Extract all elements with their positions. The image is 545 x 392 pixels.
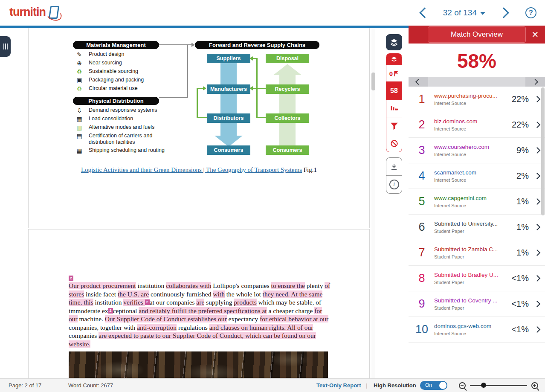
- match-layers-button[interactable]: [386, 54, 402, 65]
- match-source-row[interactable]: 10dominos.gcs-web.comInternet Source<1%: [409, 317, 545, 343]
- help-icon[interactable]: ?: [525, 7, 536, 18]
- source-title[interactable]: www.purchasing-procu...: [434, 93, 503, 99]
- match-source-row[interactable]: 5www.capgemini.comInternet Source1%: [409, 189, 545, 215]
- source-expand-button[interactable]: [529, 225, 545, 229]
- source-title[interactable]: www.capgemini.com: [434, 195, 503, 201]
- previous-match-button[interactable]: [409, 77, 428, 87]
- match-source-row[interactable]: 2biz.dominos.comInternet Source22%: [409, 112, 545, 138]
- source-expand-button[interactable]: [529, 276, 545, 281]
- chain-box-distributors-fwd: Distributors: [207, 113, 250, 123]
- reverse-vertical-line: [256, 58, 258, 118]
- zoom-in-icon[interactable]: [531, 382, 538, 389]
- panel-scrollbar-thumb[interactable]: [541, 87, 545, 215]
- layers-icon: [391, 56, 397, 63]
- source-expand-button[interactable]: [529, 327, 545, 332]
- source-title[interactable]: www.coursehero.com: [434, 144, 503, 150]
- sidebar-drawer-handle[interactable]: [0, 36, 11, 57]
- alternative-modes-icon: ▥: [75, 124, 83, 131]
- match-marker-badge[interactable]: 2: [108, 308, 113, 314]
- source-title[interactable]: Submitted to University...: [434, 221, 503, 227]
- zoom-slider-handle[interactable]: [481, 383, 486, 388]
- match-source-row[interactable]: 8Submitted to Bradley U...Student Paper<…: [409, 266, 545, 291]
- diagram-item-label: Product design: [89, 51, 124, 58]
- source-title[interactable]: biz.dominos.com: [434, 118, 503, 125]
- collectors-line: [256, 117, 266, 118]
- flag-icon: [393, 70, 399, 77]
- word-count-label: Word Count: 2677: [68, 382, 113, 389]
- supply-chain-diagram: Materials Management ✎Product design⊕Nea…: [69, 41, 330, 169]
- high-resolution-label: High Resolution: [374, 382, 416, 389]
- similarity-score-button[interactable]: 58: [386, 81, 402, 100]
- match-marker-badge[interactable]: 2: [69, 276, 73, 281]
- match-nav-track[interactable]: [428, 77, 525, 87]
- source-info: biz.dominos.comInternet Source: [431, 118, 503, 131]
- chain-box-consumers-rev: Consumers: [266, 145, 309, 155]
- source-expand-button[interactable]: [529, 250, 545, 255]
- match-source-row[interactable]: 7Submitted to Zambia C...Student Paper1%: [409, 240, 545, 266]
- source-info: www.purchasing-procu...Internet Source: [431, 93, 503, 106]
- diagram-item-label: Circular material use: [89, 85, 138, 92]
- text-segment: continuously furnished: [149, 290, 213, 298]
- zoom-slider[interactable]: [470, 385, 527, 386]
- matched-text-segment: with: [213, 290, 225, 298]
- caption-link[interactable]: Logistic Activities and their Green Dime…: [81, 166, 302, 173]
- match-source-row[interactable]: 3www.coursehero.comInternet Source9%: [409, 138, 545, 163]
- toggle-on-label: On: [425, 382, 432, 388]
- source-percent: <1%: [503, 273, 529, 283]
- source-title[interactable]: Submitted to Coventry ...: [434, 297, 503, 304]
- source-info: scanmarket.comInternet Source: [431, 169, 503, 183]
- text-only-report-link[interactable]: Text-Only Report: [316, 382, 361, 389]
- match-source-row[interactable]: 1www.purchasing-procu...Internet Source2…: [409, 87, 545, 112]
- zoom-out-icon[interactable]: [459, 382, 466, 389]
- text-segment: machine.: [78, 315, 105, 322]
- next-page-icon[interactable]: [498, 7, 509, 18]
- source-type: Student Paper: [434, 280, 503, 285]
- match-source-row[interactable]: 4scanmarket.comInternet Source2%: [409, 163, 545, 189]
- text-segment: institution: [136, 282, 166, 289]
- source-type: Internet Source: [434, 331, 503, 336]
- diagram-item-label: Load consolidation: [89, 116, 133, 122]
- load-consolidation-icon: ▦: [75, 116, 83, 122]
- sources-overview-button[interactable]: [386, 100, 402, 117]
- document-scrollbar[interactable]: [371, 28, 375, 379]
- source-number: 5: [413, 195, 431, 208]
- matched-text-segment: collaborates with: [166, 282, 211, 289]
- document-page-1: Materials Management ✎Product design⊕Nea…: [28, 28, 370, 228]
- source-title[interactable]: Submitted to Bradley U...: [434, 272, 503, 278]
- layers-icon: [390, 38, 398, 46]
- turnitin-logo: turnitin: [9, 6, 58, 19]
- layers-button[interactable]: [386, 34, 402, 50]
- physical-distribution-header: Physical Distribution: [73, 97, 159, 105]
- high-resolution-toggle[interactable]: On: [420, 381, 447, 390]
- matched-text-segment: to ensure the: [271, 282, 305, 289]
- diagram-item-label: Packaging and packing: [89, 77, 144, 83]
- page-indicator[interactable]: 32 of 134: [443, 8, 485, 17]
- text-segment: plenty: [305, 282, 325, 289]
- materials-management-header: Materials Management: [73, 41, 159, 49]
- next-match-button[interactable]: [525, 77, 545, 87]
- match-marker-badge[interactable]: 2: [145, 299, 150, 305]
- source-title[interactable]: dominos.gcs-web.com: [434, 323, 503, 329]
- match-overview-title[interactable]: Match Overview: [428, 26, 526, 43]
- source-percent: <1%: [503, 299, 529, 309]
- source-expand-button[interactable]: [529, 302, 545, 306]
- recyclers-to-manufacturers-line: [253, 88, 266, 89]
- close-icon[interactable]: ✕: [529, 29, 541, 41]
- download-button[interactable]: [386, 158, 402, 175]
- source-title[interactable]: scanmarket.com: [434, 169, 503, 176]
- flags-button[interactable]: 0: [386, 65, 402, 81]
- text-segment: at our companies: [150, 299, 197, 306]
- filter-button[interactable]: [386, 117, 402, 135]
- source-number: 8: [413, 272, 431, 285]
- source-title[interactable]: Submitted to Zambia C...: [434, 246, 503, 253]
- match-overview-header: Match Overview ✕: [409, 26, 545, 44]
- highlighted-paragraph[interactable]: 2Our product procurement institution col…: [69, 276, 331, 348]
- match-source-row[interactable]: 9Submitted to Coventry ...Student Paper<…: [409, 291, 545, 317]
- match-source-row[interactable]: 6Submitted to University...Student Paper…: [409, 215, 545, 240]
- excluded-sources-button[interactable]: [386, 135, 402, 152]
- previous-page-icon[interactable]: [419, 7, 430, 18]
- info-button[interactable]: i: [386, 175, 402, 193]
- text-segment: ceptional: [113, 307, 139, 314]
- diagram-list-item: ▣Packaging and packing: [75, 77, 195, 84]
- document-scrollbar-thumb[interactable]: [371, 73, 375, 90]
